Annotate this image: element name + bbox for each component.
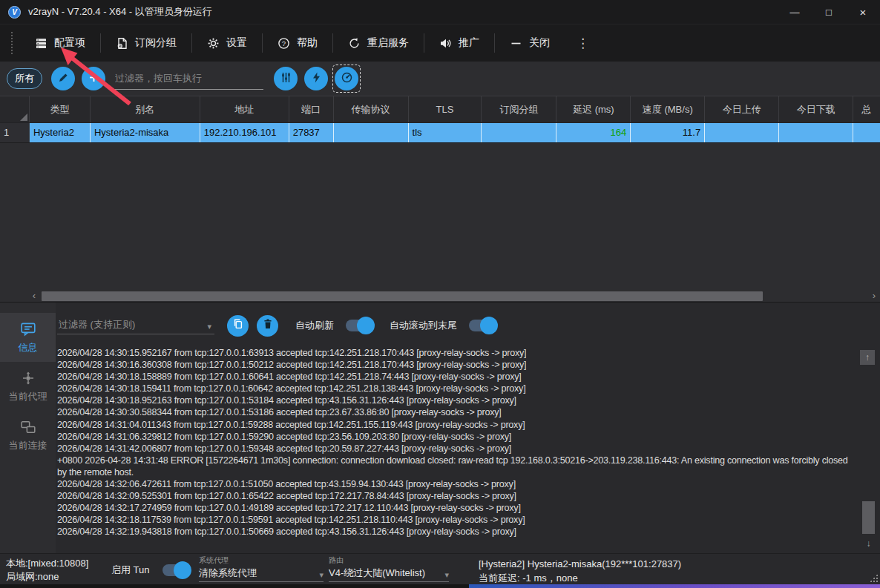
log-line: +0800 2026-04-28 14:31:48 ERROR [1572264… [57,455,850,478]
toolbar-item-label: 配置项 [54,36,85,50]
toolbar-item-subscription[interactable]: 订阅分组 [101,24,191,62]
cell-address: 192.210.196.101 [200,123,289,142]
log-line: 2026/04/28 14:32:19.943818 from tcp:127.… [57,526,850,538]
col-speed[interactable]: 速度 (MB/s) [631,96,705,122]
bottom-edge-strip [0,584,880,588]
edit-server-button[interactable] [51,67,75,90]
cell-transport [334,123,409,142]
scroll-left-arrow[interactable]: ‹ [28,291,40,301]
help-icon: ? [278,37,290,50]
toolbar-item-restart[interactable]: 重启服务 [333,24,424,62]
routing-dropdown[interactable]: 路由 V4-绕过大陆(Whitelist) ▾ [329,555,449,582]
horizontal-scrollbar: ‹ › [0,290,880,302]
cell-index: 1 [0,123,30,142]
group-all-button[interactable]: 所有 [7,68,42,89]
col-type[interactable]: 类型 [30,96,91,122]
toolbar-item-label: 帮助 [297,36,318,50]
maximize-button[interactable]: □ [812,0,846,24]
system-proxy-value: 清除系统代理 [199,566,257,580]
v2rayn-window: V v2rayN - V7.20.4 - X64 - 以管理员身份运行 — □ … [0,0,880,588]
server-row-selected[interactable]: 1 Hysteria2 Hysteria2-misaka 192.210.196… [0,123,880,143]
col-today-upload[interactable]: 今日上传 [705,96,779,122]
horizontal-scroll-track[interactable] [40,291,868,301]
cell-speed: 11.7 [631,123,705,142]
sidebar-item-info[interactable]: 信息 [0,313,56,362]
speedtest-button[interactable] [335,67,358,90]
col-subscription-group[interactable]: 订阅分组 [482,96,556,122]
log-line: 2026/04/28 14:30:18.158889 from tcp:127.… [57,371,850,383]
sidebar-item-current-connections[interactable]: 当前连接 [0,411,56,460]
toolbar-item-config[interactable]: 配置项 [20,24,100,62]
cell-today-download [779,123,853,142]
toolbar-item-label: 推广 [459,36,479,50]
toolbar-item-label: 设置 [226,36,247,50]
cell-today-upload [705,123,779,142]
server-filter-input[interactable] [114,68,263,90]
system-proxy-dropdown[interactable]: 系统代理 清除系统代理 ▾ [199,555,324,582]
clear-log-button[interactable] [257,315,278,337]
select-all-triangle-icon [20,113,27,121]
col-today-download[interactable]: 今日下载 [779,96,853,122]
main-toolbar: 配置项 订阅分组 设置 ? 帮助 重启服务 [0,24,880,62]
svg-text:?: ? [282,39,286,47]
server-filter-bar: 所有 [0,62,880,96]
status-bar: 本地:[mixed:10808] 局域网:none 启用 Tun 系统代理 清除… [0,553,880,584]
scroll-to-bottom-button[interactable]: ↓ [862,537,875,550]
log-line: 2026/04/28 14:31:04.011343 from tcp:127.… [57,419,850,431]
toolbar-grip[interactable] [11,32,13,54]
close-button[interactable]: × [846,0,880,24]
resize-grip[interactable] [869,573,879,583]
pencil-icon [57,71,70,87]
toolbar-item-promotion[interactable]: 推广 [424,24,494,62]
minus-icon [510,37,522,50]
active-server-info: [Hysteria2] Hysteria2-misaka(192***101:2… [479,557,681,585]
cell-type: Hysteria2 [30,123,91,142]
cell-total [853,123,880,142]
plus-icon [88,71,100,87]
horizontal-scroll-thumb[interactable] [42,291,763,301]
add-server-button[interactable] [82,67,105,90]
col-address[interactable]: 地址 [200,96,289,122]
gear-icon [207,37,220,50]
toolbar-more-button[interactable]: ⋮ [565,36,602,51]
tun-toggle[interactable] [162,564,189,576]
cell-tls: tls [409,123,482,142]
auto-scroll-toggle[interactable] [469,320,496,331]
log-line: 2026/04/28 14:30:18.952163 from tcp:127.… [57,394,850,406]
scroll-right-arrow[interactable]: › [868,291,880,301]
toolbar-item-settings[interactable]: 设置 [192,24,262,62]
col-port[interactable]: 端口 [289,96,334,122]
log-filter-dropdown[interactable]: 过滤器 (支持正则) ▾ [57,317,214,334]
log-toolbar: 过滤器 (支持正则) ▾ 自动刷新 自动滚动到末尾 [57,314,880,337]
log-line: 2026/04/28 14:31:06.329812 from tcp:127.… [57,431,850,443]
sidebar-item-current-proxy[interactable]: 当前代理 [0,362,56,411]
sidebar-item-label: 当前连接 [9,439,47,452]
minimize-button[interactable]: — [778,0,812,24]
column-autofit-button[interactable] [274,67,298,90]
copy-log-button[interactable] [227,315,249,337]
vertical-scroll-thumb[interactable] [862,501,875,534]
toolbar-item-close[interactable]: 关闭 [495,24,565,62]
chat-icon [20,321,36,337]
toolbar-item-label: 关闭 [529,36,550,50]
col-select-all[interactable] [0,96,30,122]
server-table-header: 类型 别名 地址 端口 传输协议 TLS 订阅分组 延迟 (ms) 速度 (MB… [0,96,880,123]
col-alias[interactable]: 别名 [91,96,200,122]
col-tls[interactable]: TLS [409,96,482,122]
restart-icon [348,37,361,50]
latency-test-button[interactable] [304,67,328,90]
log-sidebar: 信息 当前代理 当前连接 [0,303,56,553]
col-total[interactable]: 总 [853,96,880,122]
toolbar-item-help[interactable]: ? 帮助 [263,24,332,62]
active-server-name: [Hysteria2] Hysteria2-misaka(192***101:2… [479,557,681,571]
speaker-icon [439,37,452,50]
routing-value: V4-绕过大陆(Whitelist) [329,566,425,580]
cell-subscription-group [482,123,556,142]
scroll-to-top-button[interactable]: ↑ [860,350,875,365]
chevron-down-icon: ▾ [207,322,211,331]
auto-refresh-toggle[interactable] [346,320,372,331]
col-transport[interactable]: 传输协议 [334,96,409,122]
log-line: 2026/04/28 14:32:18.117539 from tcp:127.… [57,514,850,526]
cell-delay: 164 [556,123,631,142]
col-delay[interactable]: 延迟 (ms) [556,96,631,122]
